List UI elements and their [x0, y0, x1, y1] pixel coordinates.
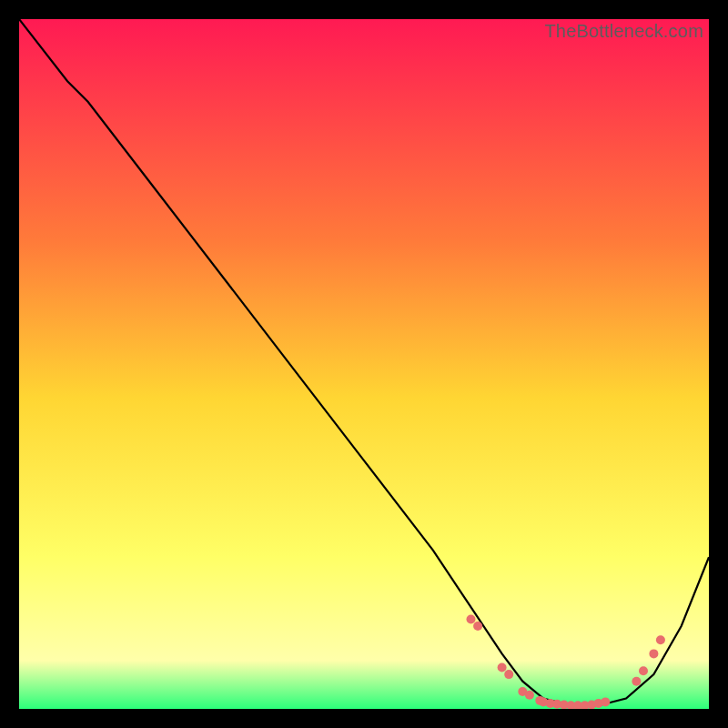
data-marker	[632, 677, 641, 686]
gradient-background	[19, 19, 709, 709]
data-marker	[601, 697, 610, 706]
bottleneck-chart	[19, 19, 709, 709]
data-marker	[525, 691, 534, 700]
data-marker	[639, 666, 648, 675]
data-marker	[504, 670, 513, 679]
data-marker	[649, 649, 658, 658]
chart-frame: TheBottleneck.com	[19, 19, 709, 709]
data-marker	[473, 622, 482, 631]
data-marker	[498, 663, 507, 672]
data-marker	[656, 635, 665, 644]
data-marker	[467, 615, 476, 624]
watermark-label: TheBottleneck.com	[544, 21, 703, 42]
